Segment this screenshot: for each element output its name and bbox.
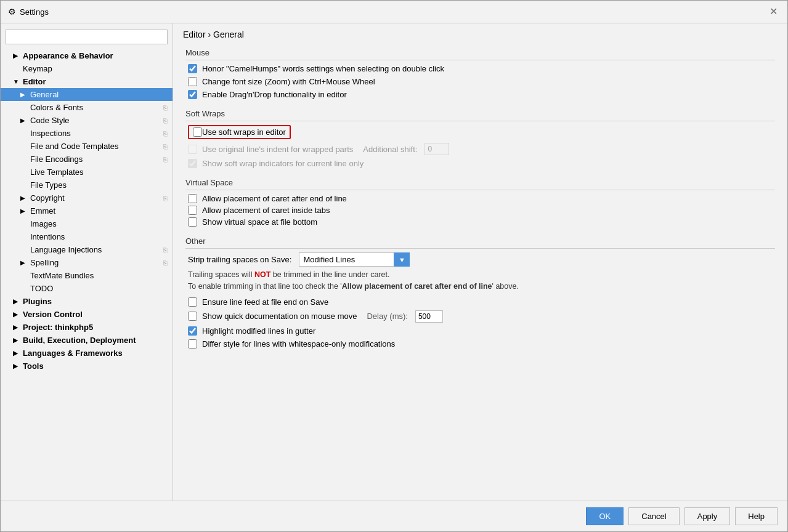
arrow-icon: ▶	[20, 117, 28, 124]
apply-button[interactable]: Apply	[684, 507, 731, 525]
sidebar-item-emmet[interactable]: ▶ Emmet	[1, 204, 173, 217]
sidebar-label: Emmet	[30, 206, 55, 216]
dialog-title: Settings	[20, 7, 49, 17]
sidebar-item-textmate-bundles[interactable]: TextMate Bundles	[1, 269, 173, 282]
show-quick-doc-checkbox[interactable]	[188, 312, 197, 321]
sidebar-label: File Encodings	[30, 155, 83, 164]
sidebar-item-plugins[interactable]: ▶ Plugins	[1, 295, 173, 308]
sidebar-label: Live Templates	[30, 167, 83, 177]
diff-modified-label[interactable]: Differ style for lines with whitespace-o…	[202, 339, 395, 349]
highlight-modified-row: Highlight modified lines in gutter	[185, 326, 775, 336]
sidebar-label: TODO	[30, 284, 53, 293]
copy-icon: ⎘	[163, 117, 168, 124]
ensure-line-feed-checkbox[interactable]	[188, 297, 197, 307]
additional-shift-input[interactable]	[424, 143, 449, 155]
show-wrap-indicators-checkbox[interactable]	[188, 159, 197, 168]
highlight-modified-checkbox[interactable]	[188, 326, 197, 336]
other-section: Other Strip trailing spaces on Save: Non…	[185, 236, 775, 349]
allow-caret-end-checkbox[interactable]	[188, 194, 197, 203]
diff-modified-checkbox[interactable]	[188, 339, 197, 349]
drag-drop-checkbox[interactable]	[188, 90, 197, 99]
sidebar-item-inspections[interactable]: Inspections ⎘	[1, 127, 173, 140]
copy-icon: ⎘	[163, 104, 168, 111]
arrow-icon: ▶	[13, 311, 20, 318]
camel-humps-checkbox[interactable]	[188, 64, 197, 73]
strip-trailing-select-wrapper: None All Modified Lines ▼	[299, 252, 410, 267]
change-font-size-row: Change font size (Zoom) with Ctrl+Mouse …	[185, 77, 775, 86]
sidebar-label: Copyright	[30, 193, 65, 203]
mouse-section: Mouse Honor "CamelHumps" words settings …	[185, 48, 775, 99]
arrow-icon: ▶	[20, 195, 28, 201]
sidebar-item-file-code-templates[interactable]: File and Code Templates ⎘	[1, 140, 173, 153]
arrow-icon: ▶	[13, 324, 20, 331]
sidebar-item-spelling[interactable]: ▶ Spelling ⎘	[1, 256, 173, 269]
sidebar-label: File and Code Templates	[30, 142, 119, 151]
use-soft-wraps-label[interactable]: Use soft wraps in editor	[202, 127, 286, 137]
sidebar-item-appearance[interactable]: ▶ Appearance & Behavior	[1, 49, 173, 62]
sidebar-item-general[interactable]: ▶ General	[1, 88, 173, 101]
ok-button[interactable]: OK	[586, 507, 623, 525]
sidebar-item-live-templates[interactable]: Live Templates	[1, 166, 173, 179]
show-wrap-indicators-label: Show soft wrap indicators for current li…	[202, 159, 364, 168]
sidebar-item-todo[interactable]: TODO	[1, 282, 173, 295]
arrow-icon: ▼	[13, 78, 20, 85]
sidebar-item-editor[interactable]: ▼ Editor	[1, 75, 173, 88]
change-font-size-label[interactable]: Change font size (Zoom) with Ctrl+Mouse …	[202, 77, 375, 86]
cancel-button[interactable]: Cancel	[628, 507, 679, 525]
allow-caret-tabs-checkbox[interactable]	[188, 206, 197, 215]
sidebar-label: General	[30, 90, 59, 99]
sidebar-label: Languages & Frameworks	[23, 349, 123, 358]
highlight-modified-label[interactable]: Highlight modified lines in gutter	[202, 326, 315, 336]
sidebar-item-languages[interactable]: ▶ Languages & Frameworks	[1, 347, 173, 360]
virtual-space-section-title: Virtual Space	[185, 178, 775, 190]
change-font-size-checkbox[interactable]	[188, 77, 197, 86]
spacer	[20, 272, 28, 279]
show-virtual-space-checkbox[interactable]	[188, 217, 197, 227]
ensure-line-feed-label[interactable]: Ensure line feed at file end on Save	[202, 297, 328, 307]
sidebar-item-version-control[interactable]: ▶ Version Control	[1, 308, 173, 321]
sidebar-item-file-encodings[interactable]: File Encodings ⎘	[1, 153, 173, 166]
sidebar-label: Code Style	[30, 116, 70, 125]
virtual-space-section: Virtual Space Allow placement of caret a…	[185, 178, 775, 227]
trailing-note-line2b: ' above.	[492, 282, 519, 291]
close-button[interactable]: ✕	[767, 6, 780, 18]
title-bar-left: ⚙ Settings	[8, 7, 49, 17]
sidebar-item-build[interactable]: ▶ Build, Execution, Deployment	[1, 334, 173, 347]
search-input[interactable]	[6, 30, 168, 44]
show-quick-doc-label[interactable]: Show quick documentation on mouse move	[202, 312, 357, 321]
sidebar-item-project[interactable]: ▶ Project: thinkphp5	[1, 321, 173, 334]
sidebar-item-colors-fonts[interactable]: Colors & Fonts ⎘	[1, 101, 173, 114]
spacer	[20, 233, 28, 240]
arrow-icon: ▶	[13, 52, 20, 59]
allow-caret-end-label[interactable]: Allow placement of caret after end of li…	[202, 194, 347, 203]
copy-icon: ⎘	[163, 130, 168, 137]
camel-humps-label[interactable]: Honor "CamelHumps" words settings when s…	[202, 64, 444, 73]
trailing-not-text: NOT	[254, 270, 270, 279]
sidebar-label: Plugins	[23, 297, 52, 306]
sidebar-item-images[interactable]: Images	[1, 217, 173, 230]
help-button[interactable]: Help	[735, 507, 778, 525]
sidebar-item-file-types[interactable]: File Types	[1, 179, 173, 191]
sidebar-item-intentions[interactable]: Intentions	[1, 230, 173, 243]
spacer	[20, 169, 28, 175]
sidebar-label: Version Control	[23, 310, 83, 319]
delay-input[interactable]	[415, 310, 443, 323]
use-soft-wraps-checkbox[interactable]	[193, 127, 202, 137]
allow-caret-end-row: Allow placement of caret after end of li…	[185, 194, 775, 203]
content-header: Editor › General	[173, 23, 787, 43]
allow-caret-tabs-label[interactable]: Allow placement of caret inside tabs	[202, 206, 330, 215]
use-original-indent-checkbox[interactable]	[188, 145, 197, 154]
sidebar-item-copyright[interactable]: ▶ Copyright ⎘	[1, 191, 173, 204]
show-virtual-space-label[interactable]: Show virtual space at file bottom	[202, 217, 317, 227]
strip-trailing-label: Strip trailing spaces on Save:	[188, 255, 291, 264]
search-wrap	[1, 27, 173, 49]
drag-drop-label[interactable]: Enable Drag'n'Drop functionality in edit…	[202, 90, 347, 99]
sidebar-item-code-style[interactable]: ▶ Code Style ⎘	[1, 114, 173, 127]
sidebar-item-language-injections[interactable]: Language Injections ⎘	[1, 243, 173, 256]
strip-trailing-select[interactable]: None All Modified Lines	[299, 252, 410, 267]
spacer	[20, 246, 28, 253]
sidebar-item-keymap[interactable]: Keymap	[1, 62, 173, 75]
spacer	[20, 285, 28, 292]
sidebar-label: TextMate Bundles	[30, 271, 94, 280]
sidebar-item-tools[interactable]: ▶ Tools	[1, 360, 173, 373]
